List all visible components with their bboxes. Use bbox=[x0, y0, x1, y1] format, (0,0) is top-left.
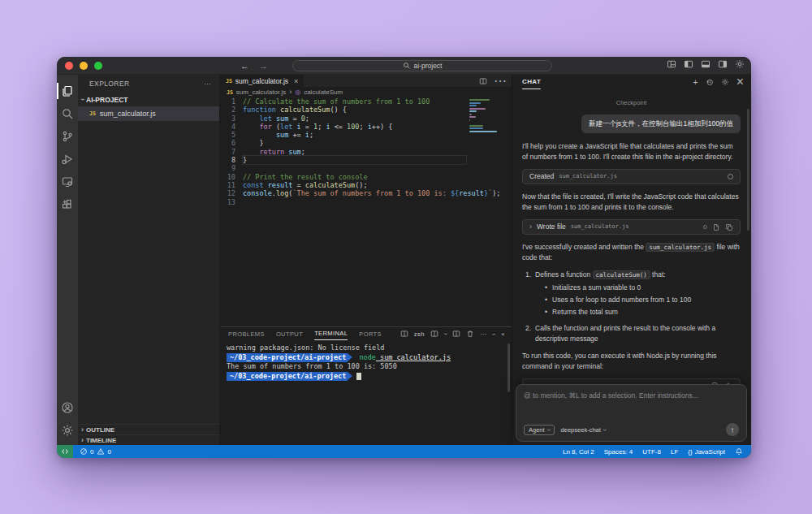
code-line[interactable]: 5 sum += i; bbox=[220, 131, 512, 139]
terminal-more-icon[interactable]: ⋯ bbox=[480, 330, 486, 338]
minimize-window-button[interactable] bbox=[80, 62, 88, 70]
language-mode[interactable]: {}JavaScript bbox=[688, 448, 725, 456]
chevron-right-icon: › bbox=[81, 426, 84, 434]
account-icon[interactable] bbox=[57, 396, 78, 419]
inline-code: sum_calculator.js bbox=[646, 243, 715, 252]
tab-terminal[interactable]: TERMINAL bbox=[314, 327, 348, 340]
split-terminal-icon[interactable] bbox=[452, 330, 460, 338]
errors-indicator[interactable]: 0 bbox=[80, 447, 93, 456]
indentation[interactable]: Spaces: 4 bbox=[604, 448, 633, 456]
breadcrumb-file[interactable]: sum_calculator.js bbox=[236, 89, 286, 96]
model-selector[interactable]: deepseek-chat› bbox=[561, 426, 606, 434]
wrote-file-card[interactable]: › Wrote file sum_calculator.js bbox=[522, 219, 741, 235]
source-control-icon[interactable] bbox=[57, 125, 78, 148]
tab-sum-calculator[interactable]: JS sum_calculator.js × bbox=[220, 75, 304, 87]
explorer-more-icon[interactable]: ⋯ bbox=[204, 80, 211, 88]
status-bar: 0 0 Ln 8, Col 2 Spaces: 4 UTF-8 LF {}Jav… bbox=[57, 445, 751, 458]
launch-profile-icon[interactable] bbox=[430, 330, 438, 338]
run-debug-icon[interactable] bbox=[57, 148, 78, 171]
close-window-button[interactable] bbox=[65, 62, 73, 70]
breadcrumb[interactable]: JS sum_calculator.js › ◎ calculateSum bbox=[220, 87, 512, 97]
command-center-search[interactable]: ai-project bbox=[292, 60, 552, 71]
chevron-right-icon[interactable]: › bbox=[529, 223, 532, 231]
desktop-background: ← → ai-project bbox=[0, 0, 812, 514]
terminal-line: ~/03_code-project/ai-project node sum_ca… bbox=[227, 353, 512, 363]
tab-problems[interactable]: PROBLEMS bbox=[228, 327, 265, 340]
chat-scrollbar[interactable] bbox=[747, 109, 749, 231]
settings-gear-icon[interactable] bbox=[735, 59, 745, 69]
manage-gear-icon[interactable] bbox=[57, 419, 78, 442]
open-file-icon[interactable] bbox=[712, 223, 720, 231]
code-line[interactable]: 6 } bbox=[220, 139, 512, 147]
code-line[interactable]: 2function calculateSum() { bbox=[220, 106, 512, 114]
zoom-window-button[interactable] bbox=[94, 62, 102, 70]
nav-forward-button[interactable]: → bbox=[259, 61, 268, 71]
close-panel-icon[interactable]: × bbox=[501, 330, 505, 338]
close-chat-icon[interactable]: × bbox=[736, 75, 744, 89]
code-line[interactable]: 10// Print the result to console bbox=[220, 173, 512, 181]
chevron-down-icon[interactable]: › bbox=[442, 332, 449, 335]
terminal-scrollbar[interactable] bbox=[508, 343, 510, 392]
file-row-sum-calculator[interactable]: JS sum_calculator.js bbox=[78, 106, 219, 121]
tab-ports[interactable]: PORTS bbox=[359, 327, 382, 340]
js-file-icon: JS bbox=[227, 89, 233, 96]
code-line[interactable]: 3 let sum = 0; bbox=[220, 114, 512, 123]
outline-section[interactable]: › OUTLINE bbox=[78, 424, 219, 434]
split-editor-icon[interactable] bbox=[479, 77, 487, 85]
tab-label: sum_calculator.js bbox=[235, 77, 288, 85]
new-chat-icon[interactable]: + bbox=[693, 77, 698, 87]
chat-input-box[interactable]: @ to mention, ⌘L to add a selection. Ent… bbox=[516, 384, 747, 442]
minimap-line bbox=[469, 114, 472, 115]
code-line[interactable]: 1// Calculate the sum of numbers from 1 … bbox=[220, 97, 512, 106]
tab-close-icon[interactable]: × bbox=[294, 77, 298, 85]
extensions-icon[interactable] bbox=[57, 193, 78, 216]
send-button[interactable]: ↑ bbox=[726, 423, 739, 436]
customize-layout-icon[interactable] bbox=[667, 59, 676, 69]
copy-icon[interactable] bbox=[725, 223, 733, 231]
toggle-primary-sidebar-icon[interactable] bbox=[684, 59, 693, 69]
code-line[interactable]: 8} bbox=[220, 156, 512, 164]
toggle-secondary-sidebar-icon[interactable] bbox=[718, 59, 728, 69]
explorer-icon[interactable] bbox=[57, 80, 78, 102]
tab-output[interactable]: OUTPUT bbox=[276, 327, 303, 340]
timeline-section[interactable]: › TIMELINE bbox=[78, 434, 219, 445]
minimap[interactable] bbox=[469, 99, 503, 136]
code-line[interactable]: 7 return sum; bbox=[220, 148, 512, 156]
code-text: let sum = 0; bbox=[243, 114, 309, 123]
cursor-position[interactable]: Ln 8, Col 2 bbox=[563, 448, 594, 456]
remote-indicator[interactable] bbox=[57, 445, 73, 458]
editor-more-actions-icon[interactable]: ⋯ bbox=[494, 73, 507, 89]
editor-tab-bar: JS sum_calculator.js × ⋯ bbox=[220, 75, 512, 87]
code-line[interactable]: 13 bbox=[220, 198, 512, 206]
search-icon[interactable] bbox=[57, 102, 78, 125]
chat-settings-gear-icon[interactable] bbox=[721, 78, 729, 86]
history-icon[interactable] bbox=[706, 78, 714, 86]
maximize-panel-icon[interactable]: › bbox=[490, 332, 498, 335]
created-file-card[interactable]: Created sum_calculator.js bbox=[522, 169, 741, 184]
eol-sequence[interactable]: LF bbox=[671, 448, 678, 456]
minimap-line bbox=[469, 119, 470, 121]
breadcrumb-symbol[interactable]: calculateSum bbox=[304, 89, 343, 96]
code-line[interactable]: 4 for (let i = 1; i <= 100; i++) { bbox=[220, 123, 512, 131]
remote-explorer-icon[interactable] bbox=[57, 171, 78, 193]
assistant-numbered-list: 1. Defines a function calculateSum() tha… bbox=[525, 270, 741, 344]
nav-back-button[interactable]: ← bbox=[240, 61, 249, 71]
toggle-panel-icon[interactable] bbox=[701, 59, 710, 69]
terminal-split-icon[interactable] bbox=[400, 330, 408, 338]
terminal-line: warning package.json: No license field bbox=[227, 343, 512, 353]
project-root-row[interactable]: › AI-PROJECT bbox=[78, 93, 219, 106]
vscode-window: ← → ai-project bbox=[57, 57, 751, 458]
mode-selector[interactable]: Agent› bbox=[524, 425, 555, 435]
encoding[interactable]: UTF-8 bbox=[642, 448, 661, 456]
chat-tab[interactable]: CHAT bbox=[522, 75, 541, 89]
minimap-line bbox=[469, 105, 477, 106]
code-editor[interactable]: 1// Calculate the sum of numbers from 1 … bbox=[220, 97, 512, 326]
notifications-bell-icon[interactable] bbox=[735, 447, 743, 456]
minimap-line bbox=[469, 131, 497, 132]
code-line[interactable]: 12console.log(`The sum of numbers from 1… bbox=[220, 189, 512, 197]
code-line[interactable]: 9 bbox=[220, 164, 512, 172]
warnings-indicator[interactable]: 0 bbox=[97, 447, 110, 456]
kill-terminal-trash-icon[interactable] bbox=[466, 330, 474, 338]
terminal-output[interactable]: warning package.json: No license field~/… bbox=[220, 340, 512, 445]
code-line[interactable]: 11const result = calculateSum(); bbox=[220, 181, 512, 189]
